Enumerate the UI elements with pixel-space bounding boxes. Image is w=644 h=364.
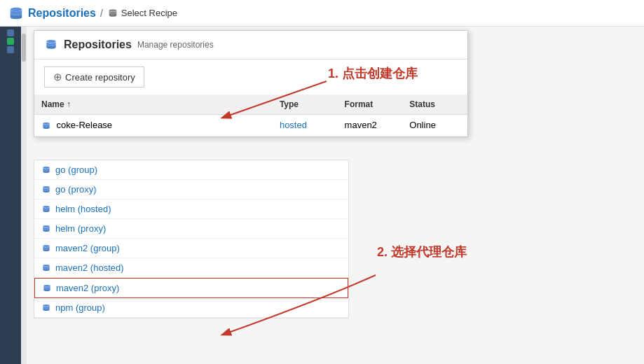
card-header-icon <box>44 38 58 52</box>
main-layout: Repositories Manage repositories ⊕ Creat… <box>0 27 644 364</box>
card-header: Repositories Manage repositories <box>34 31 467 59</box>
create-repository-button[interactable]: ⊕ Create repository <box>44 66 144 88</box>
card-title: Repositories <box>64 38 132 51</box>
table-row[interactable]: coke-Release hosted maven2 Online <box>34 115 467 136</box>
list-item-icon <box>41 165 51 175</box>
list-item-label: helm (proxy) <box>55 223 106 234</box>
list-item-icon <box>41 204 51 214</box>
col-header-format: Format <box>338 94 403 115</box>
svg-point-10 <box>43 285 50 287</box>
svg-point-3 <box>43 122 49 125</box>
col-header-name: Name ↑ <box>34 94 273 115</box>
top-bar-sub-label: Select Recipe <box>121 8 177 18</box>
list-item[interactable]: npm (group) <box>34 298 348 318</box>
svg-point-0 <box>11 7 22 11</box>
list-item[interactable]: helm (proxy) <box>34 219 348 239</box>
breadcrumb-separator: / <box>100 8 103 19</box>
list-item[interactable]: helm (hosted) <box>34 200 348 219</box>
list-item-label: maven2 (hosted) <box>55 262 124 273</box>
sidebar-dot-3 <box>7 46 14 53</box>
svg-point-4 <box>43 167 49 169</box>
scroll-thumb[interactable] <box>22 34 26 62</box>
create-btn-label: Create repository <box>65 72 135 83</box>
col-header-status: Status <box>402 94 467 115</box>
list-item-label: npm (group) <box>55 302 105 313</box>
scroll-bar[interactable] <box>21 27 27 364</box>
repositories-card: Repositories Manage repositories ⊕ Creat… <box>34 30 468 137</box>
list-item[interactable]: go (group) <box>34 160 348 180</box>
list-item-icon <box>41 303 51 313</box>
list-item-label: go (group) <box>55 164 97 175</box>
sub-icon <box>107 8 118 19</box>
svg-point-6 <box>43 206 49 208</box>
sidebar <box>0 27 21 364</box>
card-subtitle: Manage repositories <box>137 40 214 50</box>
breadcrumb-sub: Select Recipe <box>107 8 177 19</box>
svg-point-5 <box>43 186 49 188</box>
top-bar-title: Repositories <box>28 7 96 20</box>
sidebar-dot-1 <box>7 29 14 36</box>
cell-name: coke-Release <box>34 115 273 136</box>
content-area: Repositories Manage repositories ⊕ Creat… <box>27 27 644 364</box>
svg-point-1 <box>109 9 116 11</box>
svg-point-7 <box>43 225 49 227</box>
svg-point-9 <box>43 265 49 267</box>
annotation-step2: 2. 选择代理仓库 <box>377 244 467 260</box>
list-item-label: go (proxy) <box>55 184 97 195</box>
list-item-label: maven2 (proxy) <box>56 283 119 293</box>
col-header-type: Type <box>273 94 338 115</box>
svg-point-8 <box>43 245 49 247</box>
annotation-step1: 1. 点击创建仓库 <box>328 65 418 82</box>
repository-list: go (group) go (proxy) helm (hosted) helm… <box>34 160 349 318</box>
repositories-table: Name ↑ Type Format Status coke-Release h… <box>34 94 467 136</box>
list-item-icon <box>41 263 51 273</box>
cell-status: Online <box>402 115 467 136</box>
list-item-icon <box>42 284 52 293</box>
list-item[interactable]: go (proxy) <box>34 180 348 200</box>
cell-type: hosted <box>273 115 338 136</box>
list-item[interactable]: maven2 (hosted) <box>34 258 348 278</box>
table-header-row: Name ↑ Type Format Status <box>34 94 467 115</box>
svg-point-11 <box>43 304 49 307</box>
cell-format: maven2 <box>338 115 403 136</box>
list-item-label: maven2 (group) <box>55 243 120 253</box>
list-item-icon <box>41 185 51 195</box>
top-bar: Repositories / Select Recipe <box>0 0 644 27</box>
sidebar-dot-2 <box>7 38 14 45</box>
list-item[interactable]: maven2 (group) <box>34 239 348 258</box>
list-item-icon <box>41 244 51 253</box>
repositories-header-icon <box>8 6 24 21</box>
svg-point-2 <box>46 40 55 43</box>
list-item[interactable]: maven2 (proxy) <box>34 278 348 298</box>
list-item-icon <box>41 224 51 234</box>
list-item-label: helm (hosted) <box>55 204 111 214</box>
plus-icon: ⊕ <box>53 71 62 83</box>
